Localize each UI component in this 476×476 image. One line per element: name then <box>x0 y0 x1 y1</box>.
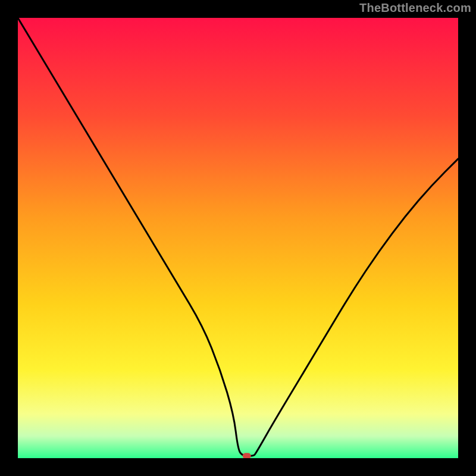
chart-frame: TheBottleneck.com <box>0 0 476 476</box>
gradient-background <box>18 18 458 458</box>
plot-area <box>18 18 458 458</box>
minimum-marker <box>243 453 251 458</box>
watermark-text: TheBottleneck.com <box>359 1 471 15</box>
plot-svg <box>18 18 458 458</box>
